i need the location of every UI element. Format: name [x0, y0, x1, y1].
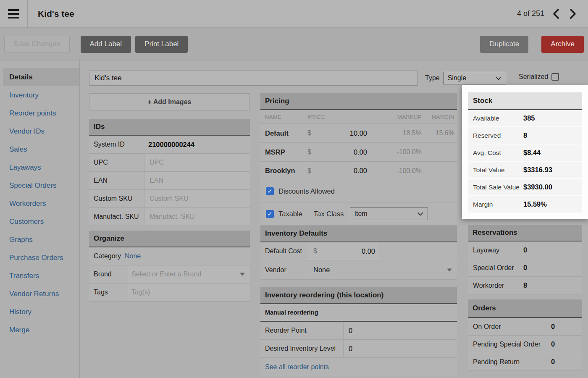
stock-value: $3316.93: [523, 166, 552, 174]
orders-row-pending-return: Pending Return 0: [468, 353, 582, 371]
vendor-select[interactable]: None: [308, 260, 457, 279]
sidebar-item-transfers[interactable]: Transfers: [0, 267, 79, 285]
ids-section-header: IDs: [89, 119, 250, 136]
organize-section: Organize Category None Brand Select or E…: [89, 231, 250, 302]
hamburger-menu-icon[interactable]: [0, 0, 28, 28]
discounts-allowed-label: Discounts Allowed: [278, 187, 335, 195]
custom-sku-input[interactable]: [150, 195, 240, 202]
reorder-point-row: Reorder Point 0: [260, 322, 457, 340]
add-label-button[interactable]: Add Label: [81, 36, 131, 53]
markup-value: -100.0%: [367, 167, 422, 175]
category-row: Category None: [89, 247, 250, 265]
orders-row-pending-special-order: Pending Special Order 0: [468, 336, 582, 353]
sidebar-item-vendor-ids[interactable]: Vendor IDs: [0, 122, 79, 140]
chevron-left-icon: [552, 8, 560, 20]
category-link[interactable]: None: [125, 252, 141, 260]
reorder-point-input[interactable]: 0: [349, 327, 352, 335]
sidebar-item-special-orders[interactable]: Special Orders: [0, 176, 79, 194]
sidebar-item-merge[interactable]: Merge: [0, 321, 79, 339]
save-changes-button[interactable]: Save Changes: [4, 36, 70, 53]
sidebar-item-history[interactable]: History: [0, 303, 79, 321]
margin-value: 15.6%: [422, 129, 454, 137]
taxable-checkbox[interactable]: ✓: [266, 210, 274, 218]
system-id-label: System ID: [89, 141, 144, 148]
top-bar: Kid's tee 4 of 251: [0, 0, 588, 28]
upc-input[interactable]: [150, 159, 240, 166]
item-name-input[interactable]: [89, 71, 418, 86]
action-toolbar: Save Changes Add Label Print Label Dupli…: [0, 28, 588, 60]
item-pagination: 4 of 251: [517, 7, 588, 21]
previous-item-button[interactable]: [551, 7, 561, 21]
brand-combobox[interactable]: Select or Enter a Brand: [126, 265, 250, 283]
price-input[interactable]: 0.00: [318, 148, 367, 156]
archive-button[interactable]: Archive: [541, 36, 584, 53]
ean-input[interactable]: [150, 177, 240, 184]
ean-row: EAN: [89, 172, 250, 190]
upc-label: UPC: [89, 159, 144, 166]
duplicate-button[interactable]: Duplicate: [480, 36, 528, 53]
stock-row-total-sale-value: Total Sale Value $3930.00: [468, 179, 582, 196]
sidebar-item-details[interactable]: Details: [3, 68, 79, 86]
desired-inventory-level-input[interactable]: 0: [349, 345, 352, 353]
serialized-checkbox[interactable]: [551, 73, 559, 81]
taxable-row: ✓ Taxable Tax Class Item: [260, 202, 457, 226]
default-cost-input[interactable]: 0.00: [317, 247, 379, 255]
manufact-sku-label: Manufact. SKU: [89, 213, 144, 220]
desired-inventory-level-label: Desired Inventory Level: [260, 345, 343, 352]
price-input[interactable]: 0.00: [318, 167, 367, 175]
serialized-label: Serialized: [519, 73, 548, 81]
stock-row-total-value: Total Value $3316.93: [468, 162, 582, 179]
add-images-button[interactable]: + Add Images: [89, 93, 250, 110]
tags-row: Tags: [89, 284, 250, 302]
organize-section-header: Organize: [89, 231, 250, 247]
taxable-label: Taxable: [278, 210, 302, 218]
reservations-section-header: Reservations: [468, 225, 582, 242]
stock-row-available: Available 385: [468, 110, 582, 127]
pricing-section: Pricing NAME PRICE MARKUP MARGIN Default…: [260, 93, 457, 280]
price-input[interactable]: 10.00: [318, 129, 367, 137]
pricing-row-msrp: MSRP $ 0.00 -100.0%: [260, 143, 457, 162]
sidebar-item-sales[interactable]: Sales: [0, 140, 79, 158]
sidebar-item-customers[interactable]: Customers: [0, 213, 79, 231]
stock-value: $8.44: [523, 149, 541, 157]
manufact-sku-row: Manufact. SKU: [89, 208, 250, 226]
type-label: Type: [425, 74, 440, 82]
sidebar-item-inventory[interactable]: Inventory: [0, 86, 79, 104]
inventory-reordering-section: Inventory reordering (this location) Man…: [260, 287, 457, 376]
discounts-allowed-checkbox[interactable]: ✓: [266, 187, 274, 195]
stock-row-reserved: Reserved 8: [468, 127, 582, 144]
orders-row-on-order: On Order 0: [468, 318, 582, 336]
stock-row-avg-cost: Avg. Cost $8.44: [468, 144, 582, 162]
stock-label: Margin: [468, 201, 523, 208]
pricing-col-margin: MARGIN: [422, 114, 454, 120]
upc-row: UPC: [89, 154, 250, 172]
ids-section: IDs System ID 210000000244 UPC EAN Custo…: [89, 119, 250, 226]
see-all-reorder-points-link[interactable]: See all reorder points: [265, 363, 329, 371]
currency-symbol: $: [307, 129, 318, 137]
stock-value: 385: [523, 114, 535, 122]
reorder-point-label: Reorder Point: [260, 327, 343, 334]
type-select[interactable]: Single: [443, 72, 506, 84]
system-id-row: System ID 210000000244: [89, 136, 250, 154]
sidebar-item-purchase-orders[interactable]: Purchase Orders: [0, 249, 79, 267]
sidebar-item-layaways[interactable]: Layaways: [0, 158, 79, 176]
print-label-button[interactable]: Print Label: [135, 36, 188, 53]
manufact-sku-input[interactable]: [150, 213, 240, 220]
tags-input[interactable]: [131, 289, 238, 296]
type-field: Type Single: [425, 72, 506, 84]
sidebar-item-graphs[interactable]: Graphs: [0, 231, 79, 249]
type-select-value: Single: [448, 74, 466, 82]
discounts-allowed-row: ✓ Discounts Allowed: [260, 180, 457, 202]
pagination-count: 4 of 251: [517, 9, 544, 18]
order-label: Pending Return: [468, 358, 551, 366]
sidebar-item-vendor-returns[interactable]: Vendor Returns: [0, 285, 79, 303]
sidebar-nav: Details Inventory Reorder points Vendor …: [0, 60, 80, 378]
tax-class-select[interactable]: Item: [350, 207, 428, 220]
orders-section: Orders On Order 0 Pending Special Order …: [468, 299, 582, 371]
orders-section-header: Orders: [468, 299, 582, 318]
sidebar-item-workorders[interactable]: Workorders: [0, 194, 79, 213]
reservations-row-special-order: Special Order 0: [468, 259, 582, 277]
next-item-button[interactable]: [568, 7, 578, 21]
sidebar-item-reorder-points[interactable]: Reorder points: [0, 104, 79, 122]
order-value: 0: [551, 340, 555, 348]
